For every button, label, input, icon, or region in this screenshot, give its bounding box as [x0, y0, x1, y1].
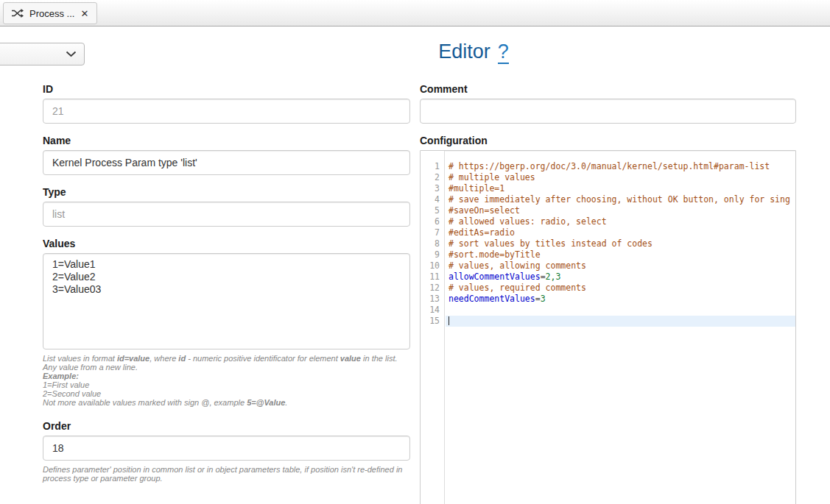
line-number: 9 [421, 249, 444, 260]
configuration-code-editor[interactable]: 123456789101112131415 # https://bgerp.or… [420, 150, 796, 504]
line-number: 12 [421, 283, 444, 294]
form-left-column: ID Name Type Values 1=Value1 2=Value2 3=… [43, 83, 410, 496]
line-number: 15 [421, 316, 444, 327]
title-text: Editor [438, 40, 490, 63]
code-line[interactable]: #multiple=1 [446, 183, 795, 194]
field-group-name: Name [43, 135, 410, 175]
name-label: Name [43, 135, 410, 146]
order-input[interactable] [43, 436, 410, 461]
tab-label: Process ... [29, 8, 74, 19]
values-textarea[interactable]: 1=Value1 2=Value2 3=Value03 [43, 253, 410, 349]
code-line[interactable]: #sort.mode=byTitle [446, 249, 795, 260]
line-number: 10 [421, 260, 444, 271]
code-line[interactable] [446, 305, 795, 316]
order-label: Order [43, 420, 410, 432]
configuration-label: Configuration [420, 135, 796, 146]
code-line[interactable]: # sort values by titles instead of codes [446, 238, 795, 249]
line-number-gutter: 123456789101112131415 [421, 151, 445, 504]
page-title: Editor? [0, 40, 830, 63]
code-line[interactable]: needCommentValues=3 [446, 294, 795, 305]
line-number: 4 [421, 194, 444, 205]
field-group-type: Type [43, 186, 410, 227]
field-group-order: Order Defines parameter' position in com… [43, 420, 410, 483]
code-line[interactable]: #editAs=radio [446, 227, 795, 238]
tab-close-icon[interactable]: ✕ [80, 8, 89, 19]
values-label: Values [43, 238, 410, 249]
comment-label: Comment [420, 83, 796, 95]
code-line[interactable]: #saveOn=select [446, 205, 795, 216]
name-input[interactable] [43, 150, 410, 175]
comment-input[interactable] [420, 99, 796, 124]
code-line[interactable]: # allowed values: radio, select [446, 216, 795, 227]
line-number: 1 [421, 161, 444, 172]
line-number: 13 [421, 294, 444, 305]
line-number: 2 [421, 172, 444, 183]
field-group-comment: Comment [420, 83, 796, 124]
line-number: 3 [421, 183, 444, 194]
line-number: 7 [421, 227, 444, 238]
code-line[interactable]: # https://bgerp.org/doc/3.0/manual/kerne… [446, 161, 795, 172]
field-group-id: ID [43, 83, 410, 124]
field-group-configuration: Configuration 123456789101112131415 # ht… [420, 135, 796, 504]
type-label: Type [43, 186, 410, 198]
id-input[interactable] [43, 99, 410, 124]
tab-process[interactable]: Process ... ✕ [3, 2, 97, 24]
code-line[interactable]: # multiple values [446, 172, 795, 183]
line-number: 14 [421, 305, 444, 316]
code-area[interactable]: # https://bgerp.org/doc/3.0/manual/kerne… [446, 151, 795, 504]
id-label: ID [43, 83, 410, 95]
code-line[interactable] [446, 316, 795, 327]
help-link[interactable]: ? [498, 40, 509, 64]
code-line[interactable]: # values, required comments [446, 283, 795, 294]
form-right-column: Comment Configuration 123456789101112131… [420, 83, 796, 504]
values-help-text: List values in format id=value, where id… [43, 354, 410, 407]
line-number: 8 [421, 238, 444, 249]
code-line[interactable]: allowCommentValues=2,3 [446, 271, 795, 283]
order-help-text: Defines parameter' position in common li… [43, 465, 410, 483]
line-number: 5 [421, 205, 444, 216]
type-input[interactable] [43, 202, 410, 227]
line-number: 6 [421, 216, 444, 227]
text-cursor [449, 316, 449, 325]
line-number: 11 [421, 271, 444, 283]
shuffle-icon [11, 8, 24, 18]
code-line[interactable]: # save immediately after choosing, witho… [446, 194, 795, 205]
field-group-values: Values 1=Value1 2=Value2 3=Value03 List … [43, 238, 410, 407]
tab-bar: Process ... ✕ [0, 0, 830, 26]
code-line[interactable]: # values, allowing comments [446, 260, 795, 271]
